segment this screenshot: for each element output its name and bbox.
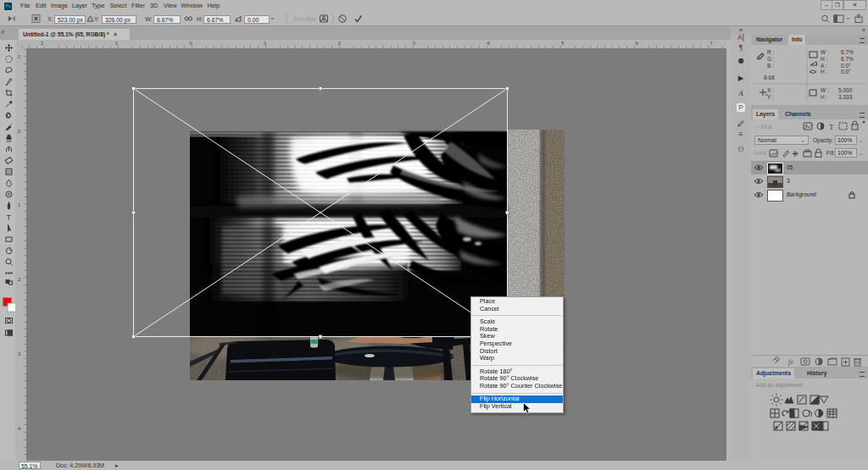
svg-text:T: T [829, 123, 834, 131]
svg-text:fx: fx [788, 358, 793, 366]
svg-text:T: T [7, 213, 12, 222]
